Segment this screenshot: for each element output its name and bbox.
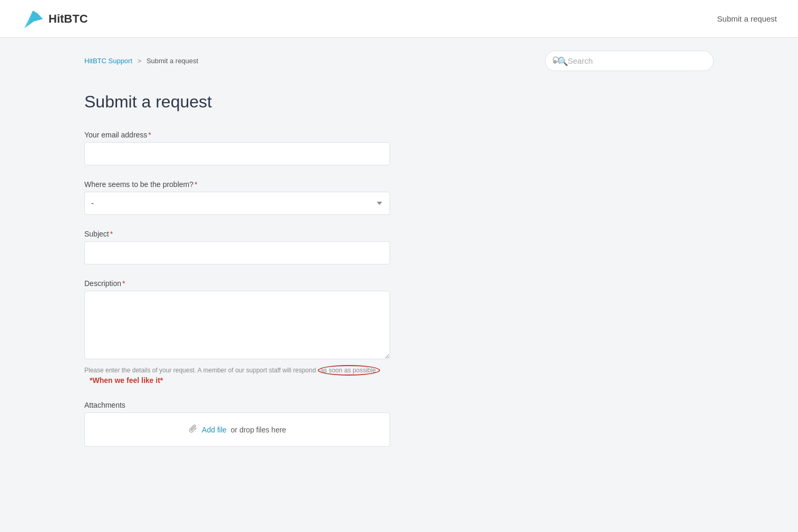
- request-form: Your email address* Where seems to be th…: [84, 131, 714, 447]
- description-required: *: [122, 279, 125, 288]
- subject-required: *: [110, 230, 113, 238]
- description-hint: Please enter the details of your request…: [84, 366, 390, 386]
- breadcrumb-separator: >: [138, 57, 142, 65]
- email-required: *: [148, 131, 151, 139]
- description-textarea[interactable]: [84, 291, 390, 359]
- problem-label: Where seems to be the problem?*: [84, 180, 714, 189]
- svg-marker-0: [24, 11, 43, 28]
- top-bar: HitBTC Support > Submit a request ●🔍: [0, 38, 798, 71]
- page-title: Submit a request: [84, 92, 714, 112]
- attachments-label: Attachments: [84, 401, 714, 409]
- submit-request-nav-link[interactable]: Submit a request: [717, 14, 777, 23]
- site-header: HitBTC Submit a request: [0, 0, 798, 38]
- description-label: Description*: [84, 279, 714, 288]
- breadcrumb-home-link[interactable]: HitBTC Support: [84, 57, 132, 65]
- description-group: Description* Please enter the details of…: [84, 279, 714, 386]
- subject-group: Subject*: [84, 230, 714, 264]
- email-label: Your email address*: [84, 131, 714, 139]
- email-field[interactable]: [84, 142, 390, 165]
- attachments-dropzone[interactable]: Add file or drop files here: [84, 412, 390, 447]
- search-wrapper: ●🔍: [545, 51, 714, 71]
- problem-select[interactable]: -: [84, 192, 390, 215]
- search-input[interactable]: [545, 51, 714, 71]
- hint-text-before: Please enter the details of your request…: [84, 367, 318, 374]
- problem-required: *: [194, 180, 197, 189]
- attach-content: Add file or drop files here: [95, 423, 379, 436]
- drop-files-text: or drop files here: [231, 426, 286, 434]
- logo-text: HitBTC: [48, 12, 88, 26]
- email-group: Your email address*: [84, 131, 714, 165]
- hint-annotation: *When we feel like it*: [90, 376, 163, 385]
- subject-label: Subject*: [84, 230, 714, 238]
- subject-field[interactable]: [84, 241, 390, 264]
- add-file-link[interactable]: Add file: [202, 426, 227, 434]
- header-nav[interactable]: Submit a request: [717, 14, 777, 24]
- logo: HitBTC: [21, 6, 88, 32]
- hitbtc-logo-icon: [21, 6, 46, 32]
- problem-group: Where seems to be the problem?* -: [84, 180, 714, 215]
- attachments-group: Attachments Add file or drop files here: [84, 401, 714, 447]
- svg-line-4: [558, 62, 560, 64]
- breadcrumb-current: Submit a request: [147, 57, 198, 65]
- main-content: Submit a request Your email address* Whe…: [0, 71, 798, 493]
- hint-circled-text: as soon as possible.: [318, 365, 381, 376]
- breadcrumb: HitBTC Support > Submit a request: [84, 57, 198, 65]
- search-magnifier-icon: [552, 56, 561, 66]
- paperclip-icon: [188, 423, 198, 436]
